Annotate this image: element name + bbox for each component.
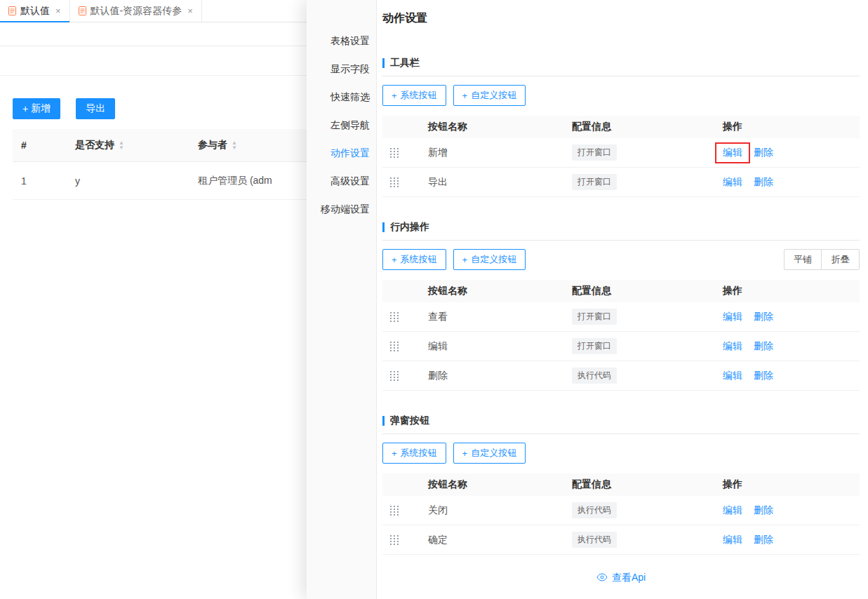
drag-handle-icon[interactable]	[390, 535, 399, 545]
action-table-header: 按钮名称 配置信息 操作	[382, 473, 860, 496]
table-row: 关闭 执行代码 编辑 删除	[382, 496, 860, 525]
delete-link[interactable]: 删除	[754, 504, 773, 517]
drag-handle-icon[interactable]	[390, 371, 399, 381]
nav-item-table-settings[interactable]: 表格设置	[307, 27, 376, 55]
table-row: 删除 执行代码 编辑 删除	[382, 361, 860, 391]
edit-link[interactable]: 编辑	[723, 370, 742, 382]
plus-icon: +	[392, 90, 397, 101]
column-header-config: 配置信息	[572, 285, 723, 297]
plus-icon: +	[462, 255, 468, 265]
flat-layout-button[interactable]: 平铺	[784, 249, 822, 270]
edit-link[interactable]: 编辑	[723, 504, 742, 517]
config-tag: 打开窗口	[572, 338, 617, 354]
edit-link[interactable]: 编辑	[723, 311, 742, 323]
delete-link[interactable]: 删除	[754, 370, 773, 382]
tab-default-value[interactable]: 默认值 ×	[0, 0, 70, 22]
export-button[interactable]: 导出	[76, 98, 115, 119]
column-header-action: 操作	[723, 478, 860, 491]
nav-item-display-fields[interactable]: 显示字段	[307, 55, 376, 83]
nav-item-action-settings[interactable]: 动作设置	[307, 139, 376, 167]
config-tag: 执行代码	[572, 502, 617, 518]
edit-link[interactable]: 编辑	[723, 176, 742, 189]
delete-link[interactable]: 删除	[754, 340, 773, 353]
close-icon[interactable]: ×	[55, 6, 61, 16]
action-table-header: 按钮名称 配置信息 操作	[382, 280, 860, 302]
edit-link[interactable]: 编辑	[723, 534, 742, 546]
config-tag: 执行代码	[572, 368, 617, 384]
action-table: 按钮名称 配置信息 操作 新增 打开窗口 编辑 删除	[382, 116, 860, 197]
custom-button-add[interactable]: + 自定义按钮	[453, 443, 526, 464]
drag-handle-icon[interactable]	[390, 177, 399, 187]
delete-link[interactable]: 删除	[754, 534, 773, 546]
document-icon	[8, 6, 16, 15]
section-title: 行内操作	[390, 221, 429, 234]
drawer-nav: 表格设置 显示字段 快速筛选 左侧导航 动作设置 高级设置 移动端设置	[307, 0, 377, 599]
section-header: 工具栏	[382, 57, 860, 76]
section-buttons: + 系统按钮 + 自定义按钮 平铺 折叠	[382, 249, 860, 270]
delete-link[interactable]: 删除	[754, 176, 773, 189]
view-api-link[interactable]: 查看Api	[382, 572, 860, 584]
config-tag: 打开窗口	[572, 309, 617, 325]
nav-item-left-nav[interactable]: 左侧导航	[307, 111, 376, 139]
nav-item-quick-filter[interactable]: 快速筛选	[307, 83, 376, 111]
section-dialog-buttons: 弹窗按钮 + 系统按钮 + 自定义按钮 按钮名称 配置信息 操作	[382, 415, 860, 555]
settings-drawer: 表格设置 显示字段 快速筛选 左侧导航 动作设置 高级设置 移动端设置 动作设置…	[307, 0, 868, 599]
sort-icon[interactable]: ▲▼	[119, 140, 124, 150]
tab-label: 默认值	[20, 5, 50, 18]
drag-handle-icon[interactable]	[390, 342, 399, 351]
column-header-index: #	[13, 140, 67, 151]
system-button-add[interactable]: + 系统按钮	[382, 443, 446, 464]
section-header: 弹窗按钮	[382, 415, 860, 434]
action-table: 按钮名称 配置信息 操作 查看 打开窗口 编辑 删除	[382, 280, 860, 391]
edit-link[interactable]: 编辑	[723, 340, 742, 353]
config-tag: 执行代码	[572, 532, 617, 548]
button-name: 查看	[428, 311, 572, 323]
button-name: 导出	[428, 176, 572, 189]
column-header-action: 操作	[723, 121, 860, 133]
drawer-content: 动作设置 工具栏 + 系统按钮 + 自定义按钮 按钮名称	[377, 0, 868, 599]
drawer-title: 动作设置	[382, 11, 860, 26]
column-header-action: 操作	[723, 285, 860, 297]
button-name: 新增	[428, 147, 572, 159]
collapse-layout-button[interactable]: 折叠	[822, 249, 860, 270]
layout-toggle-group: 平铺 折叠	[784, 249, 860, 270]
column-header-support[interactable]: 是否支持 ▲▼	[67, 139, 189, 152]
close-icon[interactable]: ×	[187, 6, 193, 16]
button-name: 关闭	[428, 504, 572, 517]
table-row: 新增 打开窗口 编辑 删除	[382, 138, 860, 168]
column-header-config: 配置信息	[572, 478, 723, 491]
system-button-add[interactable]: + 系统按钮	[382, 85, 446, 106]
drag-handle-icon[interactable]	[390, 506, 399, 516]
delete-link[interactable]: 删除	[754, 311, 773, 323]
button-name: 删除	[428, 370, 572, 382]
nav-item-mobile-settings[interactable]: 移动端设置	[307, 195, 376, 223]
button-name: 编辑	[428, 340, 572, 353]
column-header-button-name: 按钮名称	[428, 478, 572, 491]
add-button[interactable]: + 新增	[13, 98, 60, 119]
plus-icon: +	[392, 448, 397, 459]
drag-handle-icon[interactable]	[390, 312, 399, 322]
action-table-header: 按钮名称 配置信息 操作	[382, 116, 860, 138]
edit-link[interactable]: 编辑	[723, 147, 742, 158]
sort-icon[interactable]: ▲▼	[232, 140, 237, 150]
button-name: 确定	[428, 534, 572, 546]
drag-handle-icon[interactable]	[390, 148, 399, 158]
table-row: 确定 执行代码 编辑 删除	[382, 525, 860, 555]
section-accent-bar	[382, 416, 385, 426]
delete-link[interactable]: 删除	[754, 147, 773, 159]
config-tag: 打开窗口	[572, 174, 617, 190]
tab-default-value-resource[interactable]: 默认值-资源容器传参 ×	[70, 0, 202, 22]
section-accent-bar	[382, 222, 385, 232]
section-title: 工具栏	[390, 57, 420, 69]
plus-icon: +	[392, 255, 397, 265]
table-row: 查看 打开窗口 编辑 删除	[382, 302, 860, 332]
custom-button-add[interactable]: + 自定义按钮	[453, 85, 526, 106]
section-title: 弹窗按钮	[390, 415, 429, 427]
section-accent-bar	[382, 58, 385, 68]
section-header: 行内操作	[382, 221, 860, 241]
nav-item-advanced-settings[interactable]: 高级设置	[307, 167, 376, 195]
cell-support: y	[67, 175, 189, 187]
custom-button-add[interactable]: + 自定义按钮	[453, 249, 526, 270]
table-row: 编辑 打开窗口 编辑 删除	[382, 332, 860, 361]
system-button-add[interactable]: + 系统按钮	[382, 249, 446, 270]
